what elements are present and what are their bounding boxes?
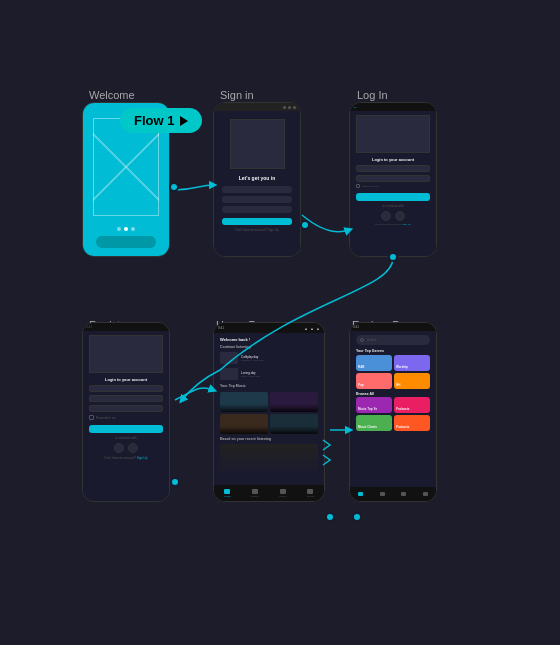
conn-dot-1 (169, 182, 179, 192)
explore-genres-title: Your Top Genres (350, 347, 436, 355)
canvas: Welcome Sign in Log In Register Home Pag… (0, 0, 560, 645)
phone-home: 9:41 ▲▲▲ Welcome back ! Continue listeni… (213, 322, 325, 502)
genre-worship: Worship (394, 355, 430, 371)
phone-register: 9:41 Login to your account Remember me o… (82, 322, 170, 502)
phone-explore: 9:41 Search Your Top Genres R&B Worship … (349, 322, 437, 502)
browse-podcasts2: Podcasts (394, 415, 430, 431)
genre-pop: Pop (356, 373, 392, 389)
label-signin: Sign in (220, 89, 254, 101)
explore-search: Search (367, 338, 377, 342)
label-welcome: Welcome (89, 89, 135, 101)
play-icon (180, 116, 188, 126)
explore-browse-title: Browse All (350, 389, 436, 397)
signin-heading: Let's get you in (239, 175, 275, 181)
signin-no-account: Don't have an account? Sign Up (236, 228, 279, 232)
home-continue-listening: Continue listening (214, 342, 324, 351)
genre-rnb: R&B (356, 355, 392, 371)
home-recent: Based on your recent listening (214, 434, 324, 444)
phone-login: ← Login to your account Remember me or c… (349, 102, 437, 257)
browse-podcasts1: Podcasts (394, 397, 430, 413)
flow-badge-label: Flow 1 (134, 113, 174, 128)
login-divider: or continue with (350, 204, 436, 208)
browse-music-top: Music Top Yo (356, 397, 392, 413)
flow-badge[interactable]: Flow 1 (120, 108, 202, 133)
genre-hh: HH (394, 373, 430, 389)
login-title: Login to your account (350, 157, 436, 162)
register-title: Login to your account (83, 377, 169, 382)
conn-dot-5 (325, 512, 335, 522)
home-top-music: Your Top Music (214, 381, 324, 390)
register-signup-link: Don't have an account? Sign Up (83, 456, 169, 460)
conn-dot-3 (388, 252, 398, 262)
conn-dot-2 (300, 220, 310, 230)
label-login: Log In (357, 89, 388, 101)
register-divider: or continue with (83, 436, 169, 440)
phone-signin: Let's get you in Don't have an account? … (213, 102, 301, 257)
browse-charts: Music Charts (356, 415, 392, 431)
conn-dot-4 (170, 477, 180, 487)
home-greeting: Welcome back ! (214, 333, 324, 342)
conn-dot-6 (352, 512, 362, 522)
